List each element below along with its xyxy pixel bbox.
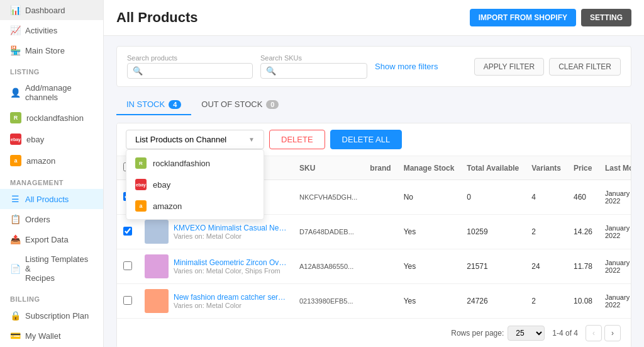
header-buttons: IMPORT FROM SHOPIFY SETTING — [470, 9, 631, 26]
amazon-badge: a — [10, 155, 21, 166]
cell-last-modified: January 24, 2022 — [599, 215, 631, 249]
wallet-icon: 💳 — [10, 331, 20, 341]
cell-sku: 02133980EFB5... — [293, 284, 364, 319]
tab-out-of-stock-count: 0 — [266, 100, 279, 109]
product-name-link[interactable]: New fashion dream catcher series J... — [174, 293, 287, 302]
cell-price: 10.08 — [567, 284, 599, 319]
tab-out-of-stock[interactable]: OUT OF STOCK 0 — [191, 94, 289, 115]
rockland-badge: R — [10, 112, 21, 123]
search-skus-input-wrap: 🔍 — [260, 63, 367, 79]
tab-in-stock[interactable]: IN STOCK 4 — [116, 94, 191, 115]
search-products-label: Search products — [127, 54, 253, 62]
page-nav: ‹ › — [586, 325, 621, 341]
rockland-menu-badge: R — [135, 157, 147, 169]
col-last-modified: Last Modified — [599, 156, 631, 180]
filter-buttons: APPLY FILTER CLEAR FILTER — [474, 58, 621, 76]
cell-brand — [364, 180, 397, 215]
rows-per-page: Rows per page: 25 50 100 — [451, 326, 545, 341]
search-skus-icon: 🔍 — [266, 66, 276, 76]
delete-all-button[interactable]: DELETE ALL — [330, 130, 402, 149]
lock-icon: 🔒 — [10, 310, 20, 321]
search-products-input-wrap: 🔍 — [127, 63, 253, 79]
sidebar-item-main-store[interactable]: 🏪 Main Store — [0, 40, 103, 60]
list-products-channel-dropdown[interactable]: List Products on Channel ▼ — [126, 130, 264, 149]
cell-sku: A12A83A86550... — [293, 249, 364, 284]
search-products-icon: 🔍 — [133, 66, 143, 76]
cell-brand — [364, 284, 397, 319]
cell-variants: 4 — [525, 180, 567, 215]
import-from-shopify-button[interactable]: IMPORT FROM SHOPIFY — [470, 9, 576, 26]
search-skus-label: Search SKUs — [260, 54, 367, 62]
dropdown-item-rocklandfashion[interactable]: R rocklandfashion — [126, 152, 264, 174]
store-icon: 🏪 — [10, 45, 20, 55]
sidebar-item-label: All Products — [25, 195, 69, 204]
orders-icon: 📋 — [10, 214, 20, 224]
clear-filter-button[interactable]: CLEAR FILTER — [549, 58, 621, 76]
product-info: New fashion dream catcher series J...Var… — [174, 293, 287, 309]
product-name-link[interactable]: KMVEXO Minimalist Casual Neck Ch... — [174, 224, 287, 232]
search-products-input[interactable] — [147, 66, 247, 76]
main-body: Search products 🔍 Search SKUs 🔍 Show mor… — [104, 36, 644, 347]
row-checkbox[interactable] — [123, 261, 132, 270]
cell-variants: 2 — [525, 215, 567, 249]
search-products-field: Search products 🔍 — [127, 54, 253, 79]
cell-brand — [364, 215, 397, 249]
row-checkbox[interactable] — [123, 296, 132, 305]
sidebar-item-orders[interactable]: 📋 Orders — [0, 209, 103, 229]
prev-page-button[interactable]: ‹ — [586, 325, 602, 341]
channel-dropdown-wrap: List Products on Channel ▼ R rocklandfas… — [126, 130, 264, 149]
sidebar-item-activities[interactable]: 📈 Activities — [0, 20, 103, 40]
ebay-badge: ebay — [10, 134, 21, 145]
sidebar-item-label: rocklandfashion — [26, 113, 84, 123]
table-row: Minimalist Geometric Zircon Oval Ea...Va… — [117, 249, 631, 284]
management-section-title: Management — [0, 171, 103, 189]
filters-row: Search products 🔍 Search SKUs 🔍 Show mor… — [116, 46, 631, 87]
col-brand: brand — [364, 156, 397, 180]
product-name-link[interactable]: Minimalist Geometric Zircon Oval Ea... — [174, 258, 287, 267]
product-sub: Varies on: Metal Color — [174, 302, 287, 309]
sidebar-item-add-channels[interactable]: 👤 Add/manage channels — [0, 78, 103, 107]
next-page-button[interactable]: › — [604, 325, 621, 341]
cell-manage-stock: No — [397, 180, 461, 215]
dropdown-item-rockland-label: rocklandfashion — [153, 159, 210, 168]
dropdown-item-ebay-label: ebay — [153, 180, 170, 190]
dropdown-item-ebay[interactable]: ebay ebay — [126, 174, 264, 195]
sidebar-item-subscription[interactable]: 🔒 Subscription Plan — [0, 305, 103, 326]
pagination-row: Rows per page: 25 50 100 1-4 of 4 ‹ › — [117, 318, 631, 347]
sidebar-item-all-products[interactable]: ☰ All Products — [0, 189, 103, 209]
sidebar-item-ebay[interactable]: ebay ebay — [0, 128, 103, 150]
dropdown-item-amazon[interactable]: a amazon — [126, 195, 264, 217]
sidebar: 📊 Dashboard 📈 Activities 🏪 Main Store Li… — [0, 0, 104, 347]
channel-dropdown-menu: R rocklandfashion ebay ebay a amazon — [126, 149, 264, 220]
sidebar-item-export-data[interactable]: 📤 Export Data — [0, 229, 103, 249]
cell-last-modified: January 24, 2022 — [599, 284, 631, 319]
row-checkbox[interactable] — [123, 227, 132, 236]
rows-per-page-label: Rows per page: — [451, 329, 504, 338]
show-more-filters-link[interactable]: Show more filters — [375, 62, 438, 71]
cell-manage-stock: Yes — [397, 249, 461, 284]
page-title: All Products — [116, 9, 198, 26]
setting-button[interactable]: SETTING — [581, 9, 631, 26]
sidebar-item-wallet[interactable]: 💳 My Wallet — [0, 326, 103, 346]
product-info: KMVEXO Minimalist Casual Neck Ch...Varie… — [174, 224, 287, 240]
cell-price: 460 — [567, 180, 599, 215]
all-products-icon: ☰ — [10, 194, 20, 204]
sidebar-item-amazon[interactable]: a amazon — [0, 150, 103, 171]
tabs-row: IN STOCK 4 OUT OF STOCK 0 — [116, 94, 631, 115]
sidebar-item-label: Orders — [25, 215, 50, 224]
ebay-menu-badge: ebay — [135, 179, 147, 190]
search-skus-input[interactable] — [280, 66, 362, 76]
rows-per-page-select[interactable]: 25 50 100 — [508, 326, 545, 341]
sidebar-item-label: Main Store — [25, 46, 65, 55]
delete-button[interactable]: DELETE — [269, 130, 325, 149]
cell-variants: 24 — [525, 249, 567, 284]
cell-total-available: 10259 — [460, 215, 525, 249]
cell-sku: NKCFVHA5DGH... — [293, 180, 364, 215]
product-image — [145, 220, 169, 244]
sidebar-item-listing-templates[interactable]: 📄 Listing Templates &Recipes — [0, 249, 103, 288]
amazon-menu-badge: a — [135, 200, 147, 212]
col-total-available: Total Available — [460, 156, 525, 180]
apply-filter-button[interactable]: APPLY FILTER — [474, 58, 544, 76]
sidebar-item-dashboard[interactable]: 📊 Dashboard — [0, 0, 103, 20]
sidebar-item-rocklandfashion[interactable]: R rocklandfashion — [0, 107, 103, 128]
